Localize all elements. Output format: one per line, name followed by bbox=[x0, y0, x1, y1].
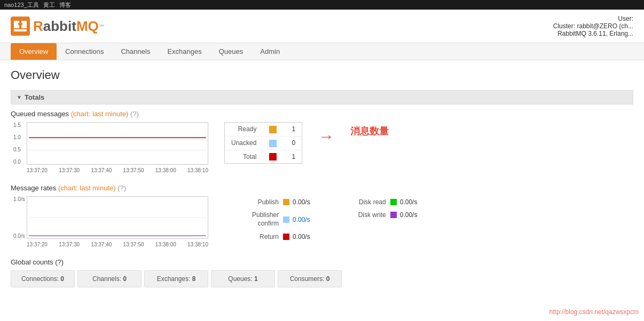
topbar-item2: 黄工 bbox=[43, 1, 55, 9]
message-rates-x-labels: 13:37:20 13:37:30 13:37:40 13:37:50 13:3… bbox=[27, 242, 208, 247]
rate-row-disk-read: Disk read 0.00/s bbox=[332, 196, 418, 208]
logo-brand: RabbitMQ™ bbox=[33, 18, 104, 35]
nav-channels[interactable]: Channels bbox=[112, 43, 159, 60]
stat-color-total bbox=[263, 150, 285, 163]
global-counts-help[interactable]: (?) bbox=[55, 258, 64, 266]
queued-messages-stats-box: Ready 1 Unacked 0 Total bbox=[224, 122, 302, 164]
message-rates-chart-container: 1.0/s 0.0/s 13:37:20 13:37:30 bbox=[11, 196, 633, 247]
global-counts-label: Global counts (?) bbox=[11, 258, 633, 266]
queued-messages-help[interactable]: (?) bbox=[130, 110, 139, 118]
queued-messages-stats-table: Ready 1 Unacked 0 Total bbox=[225, 123, 302, 163]
logo-tm: ™ bbox=[99, 23, 104, 29]
rate-value-publisher-confirm: 0.00/s bbox=[293, 216, 310, 223]
topbar-item3: 博客 bbox=[59, 1, 71, 9]
version-info: RabbitMQ 3.6.11, Erlang... bbox=[553, 30, 633, 37]
queued-messages-y-labels: 1.5 1.0 0.5 0.0 bbox=[13, 122, 21, 165]
nav-connections[interactable]: Connections bbox=[57, 43, 112, 60]
message-rates-label: Message rates (chart: last minute) (?) bbox=[11, 184, 633, 192]
rate-row-publisher-confirm: Publisherconfirm 0.00/s bbox=[224, 209, 310, 230]
stat-color-unacked bbox=[263, 136, 285, 150]
queued-messages-section: Queued messages (chart: last minute) (?)… bbox=[11, 110, 633, 173]
rate-color-publisher-confirm bbox=[283, 216, 289, 223]
nav-queues[interactable]: Queues bbox=[210, 43, 252, 60]
table-row: Unacked 0 bbox=[225, 136, 302, 150]
rate-color-return bbox=[283, 234, 289, 240]
rate-label-return: Return bbox=[224, 233, 283, 240]
header: RabbitMQ™ User: Cluster: rabbit@ZERO (ch… bbox=[0, 10, 644, 43]
queued-messages-label: Queued messages (chart: last minute) (?) bbox=[11, 110, 633, 118]
annotation-area: → 消息数量 bbox=[318, 122, 389, 138]
rate-value-return: 0.00/s bbox=[293, 233, 310, 240]
stat-label-ready: Ready bbox=[225, 123, 263, 136]
rate-label-publish: Publish bbox=[224, 198, 283, 206]
logo: RabbitMQ™ bbox=[11, 17, 104, 36]
rate-value-publish: 0.00/s bbox=[293, 198, 310, 206]
nav-overview[interactable]: Overview bbox=[11, 43, 57, 60]
totals-section: ▼ Totals Queued messages (chart: last mi… bbox=[11, 90, 633, 247]
nav: Overview Connections Channels Exchanges … bbox=[0, 43, 644, 60]
counts-row: Connections: 0 Channels: 0 Exchanges: 8 … bbox=[11, 270, 633, 287]
annotation-arrow-icon: → bbox=[318, 127, 334, 146]
message-rates-section: Message rates (chart: last minute) (?) 1… bbox=[11, 184, 633, 247]
section-title-totals: Totals bbox=[25, 93, 44, 101]
stat-color-ready bbox=[263, 123, 285, 136]
nav-admin[interactable]: Admin bbox=[252, 43, 288, 60]
queued-messages-chart-container: 1.5 1.0 0.5 0.0 bbox=[11, 122, 633, 173]
table-row: Total 1 bbox=[225, 150, 302, 163]
table-row: Ready 1 bbox=[225, 123, 302, 136]
rate-color-disk-write bbox=[390, 212, 397, 218]
topbar-item1: nao123_工具 bbox=[4, 1, 39, 9]
queued-messages-x-labels: 13:37:20 13:37:30 13:37:40 13:37:50 13:3… bbox=[27, 167, 208, 173]
count-channels: Channels: 0 bbox=[77, 270, 142, 287]
rate-row-return: Return 0.00/s bbox=[224, 231, 310, 243]
collapse-icon[interactable]: ▼ bbox=[17, 94, 22, 100]
rate-row-disk-write: Disk write 0.00/s bbox=[332, 209, 418, 221]
content: Overview ▼ Totals Queued messages (chart… bbox=[0, 60, 644, 295]
rate-label-disk-read: Disk read bbox=[332, 198, 390, 206]
rate-label-publisher-confirm: Publisherconfirm bbox=[224, 211, 283, 228]
rate-label-disk-write: Disk write bbox=[332, 211, 390, 219]
count-exchanges: Exchanges: 8 bbox=[144, 270, 208, 287]
rate-color-disk-read bbox=[390, 199, 397, 205]
cluster-info: Cluster: rabbit@ZERO (ch... bbox=[553, 22, 633, 30]
global-counts-section: Global counts (?) Connections: 0 Channel… bbox=[11, 258, 633, 287]
count-queues: Queues: 1 bbox=[211, 270, 275, 287]
rate-value-disk-write: 0.00/s bbox=[400, 211, 418, 219]
stat-value-total: 1 bbox=[285, 150, 302, 163]
count-consumers: Consumers: 0 bbox=[278, 270, 342, 287]
top-bar: nao123_工具 黄工 博客 bbox=[0, 0, 644, 10]
stat-value-ready: 1 bbox=[285, 123, 302, 136]
count-connections: Connections: 0 bbox=[11, 270, 75, 287]
queued-messages-chart: 1.5 1.0 0.5 0.0 bbox=[27, 122, 208, 173]
rates-right-col: Disk read 0.00/s Disk write 0.00/s bbox=[332, 196, 418, 243]
message-rates-svg bbox=[27, 196, 208, 239]
rates-left-col: Publish 0.00/s Publisherconfirm 0.00/s R… bbox=[224, 196, 310, 243]
svg-rect-3 bbox=[14, 29, 27, 31]
queued-messages-stats-area: Ready 1 Unacked 0 Total bbox=[224, 122, 389, 164]
message-rates-y-labels: 1.0/s 0.0/s bbox=[13, 196, 25, 239]
stat-value-unacked: 0 bbox=[285, 136, 302, 150]
message-rates-stats: Publish 0.00/s Publisherconfirm 0.00/s R… bbox=[224, 196, 417, 243]
annotation-text: 消息数量 bbox=[350, 126, 389, 137]
rabbitmq-logo-icon bbox=[11, 17, 30, 36]
section-header-totals: ▼ Totals bbox=[11, 90, 633, 105]
user-info: User: Cluster: rabbit@ZERO (ch... Rabbit… bbox=[553, 15, 633, 37]
stat-label-total: Total bbox=[225, 150, 263, 163]
svg-rect-4 bbox=[18, 23, 22, 25]
svg-rect-0 bbox=[11, 17, 30, 36]
page-title: Overview bbox=[11, 68, 633, 82]
rate-row-publish: Publish 0.00/s bbox=[224, 196, 310, 208]
rate-value-disk-read: 0.00/s bbox=[400, 198, 418, 206]
message-rates-chart: 1.0/s 0.0/s 13:37:20 13:37:30 bbox=[27, 196, 208, 247]
rate-color-publish bbox=[283, 199, 289, 205]
nav-exchanges[interactable]: Exchanges bbox=[159, 43, 210, 60]
stat-label-unacked: Unacked bbox=[225, 136, 263, 150]
user-label: User: bbox=[553, 15, 633, 22]
message-rates-help[interactable]: (?) bbox=[117, 184, 126, 192]
queued-messages-svg bbox=[27, 122, 208, 165]
